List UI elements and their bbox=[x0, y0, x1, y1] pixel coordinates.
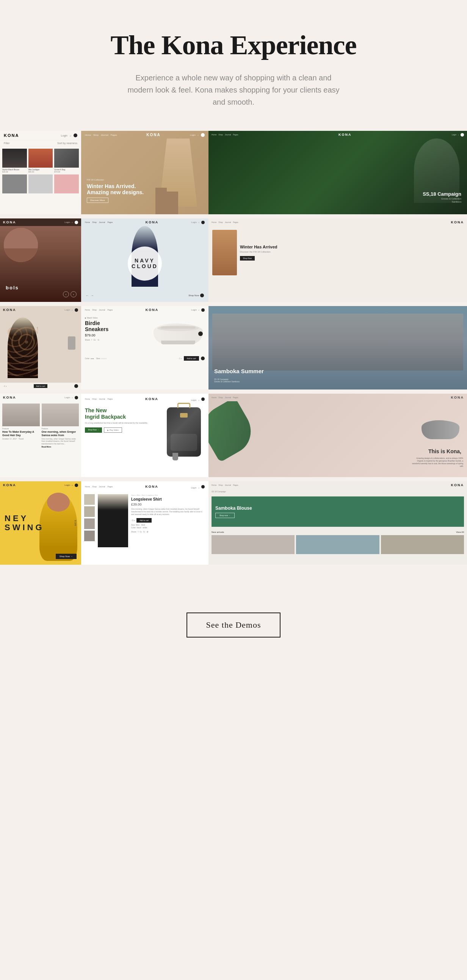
winter-shop-btn[interactable]: Shop Now bbox=[240, 256, 255, 261]
login-link-7[interactable]: Login bbox=[64, 309, 70, 311]
nav-shop-14[interactable]: Shop bbox=[92, 485, 97, 488]
nav-pages-3[interactable]: Pages bbox=[233, 134, 238, 136]
nav-home-8[interactable]: Home bbox=[85, 309, 90, 311]
nav-pages-8[interactable]: Pages bbox=[107, 309, 113, 311]
search-icon-10[interactable]: ⌕ bbox=[71, 396, 73, 399]
nav-shop-2[interactable]: Shop bbox=[93, 134, 98, 136]
cart-icon-14[interactable] bbox=[201, 485, 205, 488]
gplus-icon[interactable]: G+ bbox=[94, 339, 96, 341]
login-link-5[interactable]: Login bbox=[191, 221, 197, 223]
gplus-share-14[interactable]: G+ bbox=[140, 531, 142, 533]
nav-pages-15[interactable]: Pages bbox=[233, 484, 238, 486]
color-options[interactable]: Color: ●●● bbox=[85, 357, 94, 360]
screen-product-detail[interactable]: Home Shop Journal Pages KONA Login ⌕ bbox=[81, 481, 208, 565]
login-link-11[interactable]: Login bbox=[191, 399, 196, 401]
login-link-10[interactable]: Login bbox=[64, 396, 70, 399]
green-shop-now[interactable]: Shop now → bbox=[215, 513, 235, 518]
qty-control-8[interactable]: - 1 + bbox=[178, 357, 182, 360]
nav-shop-15[interactable]: Shop bbox=[218, 484, 223, 486]
prev-arrow-5[interactable]: ← bbox=[86, 294, 89, 298]
cart-icon-8b[interactable] bbox=[201, 356, 205, 360]
search-icon-5[interactable]: ⌕ bbox=[198, 221, 200, 223]
shop-now-btn-11[interactable]: Shop Now → bbox=[85, 428, 102, 433]
cart-icon-10[interactable] bbox=[75, 396, 78, 399]
screen-shop-listing[interactable]: KONA Login ⌕ Filter Sort by nearness bbox=[0, 131, 81, 214]
nav-pages-14[interactable]: Pages bbox=[107, 485, 113, 488]
blog-read-more-2[interactable]: Read More bbox=[42, 445, 79, 448]
nav-shop-6[interactable]: Shop bbox=[218, 221, 223, 223]
cart-icon-13[interactable] bbox=[75, 484, 78, 487]
screen-yellow-dress[interactable]: KONA Login ⌕ NEY SWING bbox=[0, 481, 81, 565]
screen-winter-arrived[interactable]: Home Shop Journal Pages KONA Winter Has … bbox=[208, 218, 467, 302]
size-options[interactable]: Size: ○○○○○ bbox=[96, 357, 107, 360]
nav-journal-5[interactable]: Journal bbox=[99, 221, 105, 223]
product-thumb-3[interactable] bbox=[84, 519, 95, 529]
view-all-link[interactable]: View All bbox=[456, 531, 464, 533]
nav-journal-8[interactable]: Journal bbox=[99, 309, 105, 311]
product-thumb-2[interactable] bbox=[84, 506, 95, 517]
search-icon-2[interactable]: ⌕ bbox=[197, 134, 199, 136]
nav-journal-11[interactable]: Journal bbox=[99, 398, 105, 400]
nav-shop-8[interactable]: Shop bbox=[92, 309, 97, 311]
nav-pages-6[interactable]: Pages bbox=[233, 221, 238, 223]
product-thumb-1[interactable] bbox=[84, 494, 95, 505]
cart-icon-1[interactable] bbox=[73, 134, 77, 137]
login-link-8[interactable]: Login bbox=[191, 309, 197, 311]
nav-pages-11[interactable]: Pages bbox=[107, 398, 113, 400]
nav-journal-3[interactable]: Journal bbox=[225, 134, 231, 136]
arrival-item-1[interactable] bbox=[211, 535, 294, 554]
login-link-4[interactable]: Login bbox=[64, 221, 70, 223]
login-link-1[interactable]: Login bbox=[61, 134, 67, 137]
nav-shop-11[interactable]: Shop bbox=[92, 398, 97, 400]
cart-btn-7[interactable] bbox=[74, 384, 78, 388]
nav-pages-2[interactable]: Pages bbox=[111, 134, 117, 136]
product-item-3[interactable]: Grove K Bag $79.00 bbox=[54, 149, 79, 173]
screen-navy-cloud[interactable]: Home Shop Journal Pages KONA Login ⌕ bbox=[81, 218, 208, 302]
product-thumb-4[interactable] bbox=[84, 531, 95, 541]
play-video-btn-11[interactable]: ▶ Play Video bbox=[104, 428, 122, 433]
next-arrow-5[interactable]: → bbox=[91, 294, 94, 298]
cart-icon-8[interactable] bbox=[201, 308, 205, 312]
screen-portrait[interactable]: KONA Login ⌕ bols bbox=[0, 218, 81, 302]
filter-label[interactable]: Filter bbox=[4, 142, 10, 145]
google-share-14[interactable]: G- bbox=[143, 531, 146, 533]
nav-pages-12[interactable]: Pages bbox=[233, 396, 238, 399]
nav-shop-5[interactable]: Shop bbox=[92, 221, 97, 223]
nav-shop-3[interactable]: Shop bbox=[218, 134, 223, 136]
product-item-1[interactable]: Stylish Black Blouse $19.00 bbox=[2, 149, 27, 173]
nav-journal-14[interactable]: Journal bbox=[99, 485, 105, 488]
search-icon-8[interactable]: ⌕ bbox=[198, 309, 200, 311]
add-to-cart-7[interactable]: Add to cart bbox=[34, 384, 48, 388]
nav-journal-6[interactable]: Journal bbox=[225, 221, 231, 223]
watch-video-btn[interactable]: ▶ Watch Video bbox=[85, 317, 149, 319]
screen-hero-model[interactable]: Home Shop Journal Pages KONA Login ⌕ bbox=[81, 131, 208, 214]
qty-control-14[interactable]: - 1 + bbox=[131, 519, 135, 522]
cart-icon-5[interactable] bbox=[201, 221, 205, 224]
product-item-4[interactable] bbox=[2, 175, 27, 193]
nav-home-5[interactable]: Home bbox=[85, 221, 90, 223]
arrival-item-2[interactable] bbox=[296, 535, 379, 554]
discover-more-btn[interactable]: Discover More bbox=[87, 197, 108, 203]
screen-campaign[interactable]: Home Shop Journal Pages KONA Login ⌕ bbox=[208, 131, 467, 214]
nav-home-15[interactable]: Home bbox=[211, 484, 216, 486]
facebook-icon[interactable]: f bbox=[91, 339, 92, 341]
screen-green-collection[interactable]: Home Shop Journal Pages KONA SS 18 Campa… bbox=[208, 481, 467, 565]
twitter-share-14[interactable]: @ bbox=[147, 531, 149, 533]
screen-backpack[interactable]: Home Shop Journal Pages KONA Login ⌕ bbox=[81, 394, 208, 477]
next-arrow[interactable]: › bbox=[70, 291, 76, 298]
screen-floral[interactable]: KONA Login ⌕ bbox=[0, 306, 81, 390]
screen-samboka-summer[interactable]: Home Shop Journal Pages KONA Samboka Sum… bbox=[208, 306, 467, 390]
blog-post-2[interactable]: Feature One morning, when Gregor Samsa w… bbox=[42, 404, 79, 448]
google-icon[interactable]: G- bbox=[98, 339, 100, 341]
nav-home-14[interactable]: Home bbox=[85, 485, 90, 488]
nav-home-12[interactable]: Home bbox=[211, 396, 216, 399]
yellow-shop-now[interactable]: Shop Now → bbox=[56, 554, 76, 559]
add-to-cart-8[interactable]: Add to cart bbox=[184, 356, 199, 361]
nav-journal-15[interactable]: Journal bbox=[225, 484, 231, 486]
search-icon-7[interactable]: ⌕ bbox=[71, 309, 73, 311]
product-item-6[interactable] bbox=[54, 175, 79, 193]
screen-blog[interactable]: KONA Login ⌕ Feature How To Make Everyda… bbox=[0, 394, 81, 477]
nav-journal-12[interactable]: Journal bbox=[225, 396, 231, 399]
nav-shop-12[interactable]: Shop bbox=[218, 396, 223, 399]
nav-home-6[interactable]: Home bbox=[211, 221, 216, 223]
